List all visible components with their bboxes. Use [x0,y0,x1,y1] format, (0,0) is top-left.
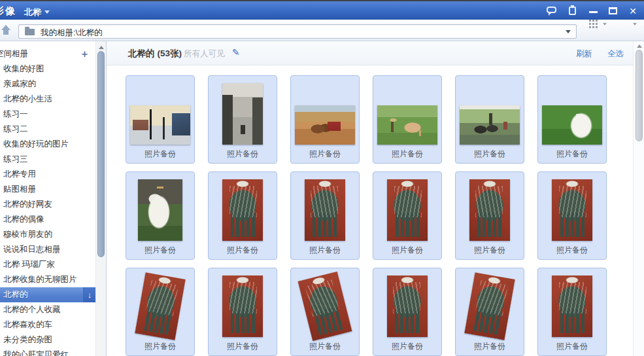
sidebar-item[interactable]: 北桦的偶像 [0,212,95,227]
sidebar-item[interactable]: 北桦的小生活 [0,92,95,107]
sidebar-item[interactable]: 穆棱市朋友的 [0,227,95,242]
album-sidebar: 空间相册+收集的好图亲戚家的北桦的小生活练习一练习二收集的好玩的图片练习三北桦专… [0,41,95,356]
add-album-button[interactable]: + [82,46,88,62]
knit-glove-thumbnail [469,179,510,241]
minimize-button[interactable] [586,5,601,17]
select-all-link[interactable]: 全选 [607,48,624,60]
knit-glove-thumbnail [298,272,352,341]
album-title-text: 北桦的 [128,48,155,58]
photo-caption: 照片备份 [392,342,423,351]
sidebar-item[interactable]: 练习三 [0,152,95,167]
sidebar-scrollbar[interactable] [95,41,106,356]
photo-card[interactable]: 照片备份 [208,75,277,164]
user-menu[interactable]: 北桦 [24,7,50,18]
photo-caption: 照片备份 [309,149,341,158]
chat-bubble-tail [549,13,551,16]
album-download-icon[interactable]: ↓ [83,287,95,302]
feedback-button[interactable] [545,5,559,17]
grid-dot [592,26,594,28]
buffalo-water-thumbnail [460,105,520,145]
sidebar-item[interactable]: 北桦 玛瑙厂家 [0,257,95,272]
photo-card[interactable]: 照片备份 [290,171,360,260]
sidebar-item-label: 未分类的杂图 [3,335,52,344]
grid-dot [596,23,598,25]
clipboard-button[interactable] [566,5,580,17]
photo-caption: 照片备份 [227,342,258,351]
refresh-link[interactable]: 刷新 [576,48,592,60]
clipboard-tab [571,5,574,7]
sidebar-item-label: 贴图相册 [3,185,36,194]
navigate-up-button[interactable] [1,24,11,36]
train-station-thumbnail [130,105,190,145]
close-button[interactable]: ✕ [626,5,640,17]
sidebar-item-label: 收集的好玩的图片 [3,139,69,149]
photo-card[interactable]: 照片备份 [126,268,195,356]
photo-card[interactable]: 照片备份 [537,171,607,260]
photo-card[interactable]: 照片备份 [126,171,195,260]
sidebar-item[interactable]: 北桦的个人收藏 [0,302,95,317]
photo-card[interactable]: 照片备份 [208,268,277,356]
clipboard-icon [569,7,576,15]
sidebar-item-label: 北桦喜欢的车 [3,320,52,329]
sidebar-scroll-thumb[interactable] [97,51,105,257]
sidebar-item-label: 北桦 玛瑙厂家 [3,260,54,269]
photo-card[interactable]: 照片备份 [455,75,524,164]
knit-glove-thumbnail [464,272,515,340]
edit-album-icon[interactable]: ✎ [232,47,240,58]
photo-card[interactable]: 照片备份 [537,75,607,164]
sidebar-scroll-up-icon[interactable] [99,46,104,49]
album-header: 北桦的(53张) 所有人可见 ✎ 刷新 全选 [107,41,633,65]
photo-card[interactable]: 照片备份 [290,75,360,164]
photo-grid: 照片备份照片备份照片备份照片备份照片备份照片备份照片备份照片备份照片备份照片备份… [107,65,633,356]
sidebar-item-label: 北桦收集的无聊图片 [3,275,77,284]
photo-caption: 照片备份 [309,245,341,255]
photo-caption: 照片备份 [556,149,588,158]
main-scrollbar[interactable] [633,41,644,356]
sidebar-item[interactable]: 说说和日志相册 [0,242,95,257]
sidebar-item[interactable]: 北桦收集的无聊图片 [0,272,95,287]
sidebar-item-label: 北桦的小生活 [3,94,52,103]
sidebar-item[interactable]: 北桦喜欢的车 [0,317,95,332]
grid-dot [589,23,591,25]
photo-card[interactable]: 照片备份 [373,268,442,356]
photo-caption: 照片备份 [474,245,505,255]
photo-card[interactable]: 照片备份 [537,268,607,356]
sidebar-item[interactable]: 亲戚家的 [0,77,95,92]
grid-dot [592,20,594,22]
sidebar-item[interactable]: 我的心肝宝贝爱红 [0,347,95,356]
photo-card[interactable]: 照片备份 [373,171,442,260]
grid-view-button[interactable] [589,20,598,28]
sidebar-item[interactable]: 收集的好图 [0,62,95,77]
sidebar-item[interactable]: 空间相册+ [0,46,95,62]
photo-card[interactable]: 照片备份 [126,75,195,164]
sidebar-item[interactable]: 北桦专用 [0,167,95,182]
sidebar-item[interactable]: 练习二 [0,122,95,137]
main-scroll-thumb[interactable] [636,50,643,141]
sidebar-item-label: 北桦专用 [3,169,36,179]
photo-card[interactable]: 照片备份 [373,75,442,164]
cattle-field-thumbnail [377,105,437,145]
address-bar[interactable]: 我的相册:\北桦的 [18,24,577,39]
address-dropdown-icon[interactable] [566,30,571,33]
main-scroll-up-icon[interactable] [637,44,642,48]
photo-card[interactable]: 照片备份 [455,171,524,260]
sidebar-item[interactable]: 练习一 [0,107,95,122]
photo-card[interactable]: 照片备份 [208,171,277,260]
sidebar-item[interactable]: 未分类的杂图 [0,332,95,347]
sort-dropdown-icon[interactable] [633,23,637,26]
sidebar-item[interactable]: 收集的好玩的图片 [0,137,95,152]
sidebar-item[interactable]: 北桦的↓ [0,287,95,302]
knit-glove-thumbnail [135,272,185,340]
knit-glove-thumbnail [305,179,345,241]
grid-view-dropdown-icon[interactable] [603,23,607,26]
photo-card[interactable]: 照片备份 [455,268,524,356]
photo-card[interactable]: 照片备份 [290,268,360,356]
maximize-button[interactable] [606,5,620,17]
sidebar-item[interactable]: 贴图相册 [0,182,95,197]
sidebar-item[interactable]: 北桦的好网友 [0,197,95,212]
white-goat-thumbnail [138,179,182,241]
sidebar-item-label: 练习三 [3,154,28,164]
photo-caption: 照片备份 [392,149,423,158]
bw-road-thumbnail [222,83,263,145]
album-visibility: 所有人可见 [184,48,225,60]
